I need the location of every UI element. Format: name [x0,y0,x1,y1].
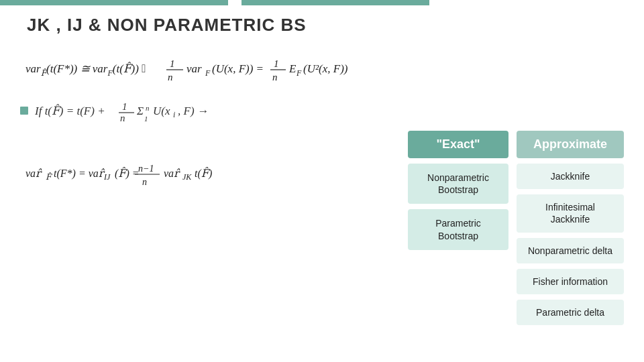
svg-text:E: E [288,62,297,75]
svg-text:If  t(F̂) = t(F) +: If t(F̂) = t(F) + [35,104,105,117]
formula-svg-top: varF̂(t(F*)) ≅ varF(t(F̂)) ≅ 1 n var F (… [25,48,368,86]
approx-item-parametric-delta: Parametric delta [517,300,624,325]
bullet-icon [20,107,28,115]
exact-column: "Exact" NonparametricBootstrap Parametri… [408,131,508,250]
approx-column: Approximate Jackknife InfinitesimalJackk… [517,131,624,325]
svg-text:Σ: Σ [136,105,144,117]
svg-text:n: n [142,177,147,187]
bullet-formula-svg: If t(F̂) = t(F) + 1 n Σ n 1 U(x i , F) → [35,97,283,124]
formula-top: varF̂(t(F*)) ≅ varF(t(F̂)) ≅ 1 n var F (… [25,48,369,88]
svg-text:n: n [272,72,278,82]
svg-text:var: var [186,62,202,75]
exact-header: "Exact" [408,131,508,158]
accent-gap [228,0,241,5]
svg-text:varF̂(t(F*)) ≅ varF(t(F̂)) ≅: varF̂(t(F*)) ≅ varF(t(F̂)) ≅ [25,62,146,78]
svg-text:1: 1 [144,115,148,123]
svg-text:var̂: var̂ [164,168,180,179]
svg-text:n: n [146,104,150,112]
svg-text:var̂: var̂ [25,168,42,179]
svg-text:1: 1 [170,58,175,69]
svg-text:IJ: IJ [103,172,111,182]
accent-segment-1 [0,0,228,5]
svg-text:JK: JK [182,172,192,182]
svg-text:n: n [168,72,173,82]
exact-item-parametric-bootstrap: ParametricBootstrap [408,209,508,249]
formula-bottom: var̂ F̂ t(F*) = var̂ IJ (F̂) = n−1 n var… [25,153,369,193]
svg-text:1: 1 [274,58,279,69]
svg-text:(F̂) =: (F̂) = [115,167,140,180]
svg-text:, F)  →: , F) → [178,105,209,117]
svg-text:n−1: n−1 [138,164,154,174]
svg-text:F: F [296,68,302,78]
approx-item-jackknife: Jackknife [517,164,624,189]
accent-segment-2 [241,0,429,5]
approx-item-infinitesimal-jackknife: InfinitesimalJackknife [517,194,624,232]
approx-item-fisher-information: Fisher information [517,269,624,294]
svg-text:U(x: U(x [153,105,170,117]
content-grid: "Exact" NonparametricBootstrap Parametri… [408,131,624,325]
svg-text:F̂: F̂ [46,172,53,182]
svg-text:n: n [120,113,125,123]
top-accent-bar [0,0,644,5]
svg-text:F: F [205,68,211,78]
svg-text:(U²(x, F)): (U²(x, F)) [303,62,348,75]
formula-svg-bottom: var̂ F̂ t(F*) = var̂ IJ (F̂) = n−1 n var… [25,153,341,190]
approx-item-nonparametric-delta: Nonparametric delta [517,238,624,263]
bullet-section: If t(F̂) = t(F) + 1 n Σ n 1 U(x i , F) → [20,97,283,124]
svg-text:(U(x, F)) =: (U(x, F)) = [212,62,264,75]
exact-item-nonparametric-bootstrap: NonparametricBootstrap [408,164,508,204]
svg-text:1: 1 [122,101,127,112]
svg-text:t(F̂): t(F̂) [195,167,212,180]
approx-header: Approximate [517,131,624,158]
svg-text:t(F*) = var̂: t(F*) = var̂ [54,168,105,180]
page-title: JK , IJ & NON PARAMETRIC BS [27,15,307,36]
svg-text:i: i [173,110,175,119]
